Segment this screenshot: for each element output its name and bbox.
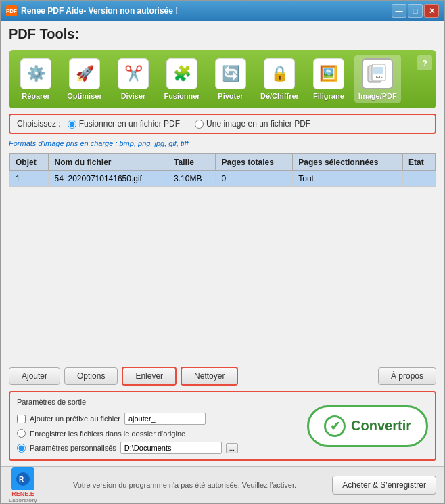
prefix-row: Ajouter un préfixe au fichier [17, 413, 299, 425]
convert-button[interactable]: ✔ Convertir [307, 405, 428, 447]
radio-group: Choisissez : Fusionner en un fichier PDF… [9, 114, 436, 134]
main-content: PDF Tools: ⚙️ Réparer 🚀 Optimiser ✂️ Div… [1, 21, 444, 466]
col-objet: Objet [10, 154, 49, 171]
tool-filigrane[interactable]: 🖼️ Filigrane [306, 55, 352, 103]
col-pages-selectionnees: Pages sélectionnées [293, 154, 403, 171]
custom-label: Paramètres personnalisés [30, 444, 116, 452]
custom-path-input[interactable] [120, 442, 222, 454]
nettoyer-button[interactable]: Nettoyer [181, 367, 238, 386]
convert-icon: ✔ [324, 415, 346, 437]
tool-optimiser[interactable]: 🚀 Optimiser [62, 55, 108, 103]
footer-logo: R RENE.E Laboratory [9, 467, 37, 503]
dechiffrer-icon: 🔒 [264, 58, 295, 89]
tool-diviser[interactable]: ✂️ Diviser [110, 55, 156, 103]
help-button[interactable]: ? [417, 55, 432, 70]
diviser-label: Diviser [121, 92, 146, 100]
prefix-checkbox[interactable] [17, 415, 26, 423]
custom-radio[interactable] [17, 444, 26, 453]
svg-rect-2 [373, 67, 383, 74]
cell-taille: 3.10MB [168, 171, 216, 187]
file-table-container: Objet Nom du fichier Taille Pages totale… [9, 153, 436, 361]
maximize-button[interactable]: □ [408, 4, 423, 18]
prefix-input[interactable] [124, 413, 206, 425]
col-taille: Taille [168, 154, 216, 171]
svg-text:R: R [19, 476, 24, 483]
logo-icon: R [11, 467, 34, 490]
imagepdf-icon: JPG [362, 58, 393, 89]
tool-dechiffrer[interactable]: 🔒 Dé/Chiffrer [256, 55, 303, 103]
register-button[interactable]: Acheter & S'enregistrer [332, 476, 436, 495]
col-etat: Etat [403, 154, 436, 171]
optimiser-label: Optimiser [67, 92, 101, 100]
radio-option1[interactable]: Fusionner en un fichier PDF [68, 119, 180, 129]
footer-message: Votre version du programme n'a pas été a… [44, 481, 326, 489]
enlever-button[interactable]: Enlever [122, 367, 177, 386]
svg-text:JPG: JPG [375, 75, 383, 79]
logo-text-bottom: Laboratory [9, 497, 37, 503]
col-nom: Nom du fichier [49, 154, 168, 171]
cell-etat [403, 171, 436, 187]
table-header-row: Objet Nom du fichier Taille Pages totale… [10, 154, 436, 171]
diviser-icon: ✂️ [118, 58, 149, 89]
dechiffrer-label: Dé/Chiffrer [260, 92, 299, 100]
output-section-title: Paramètres de sortie [17, 398, 299, 406]
cell-nom: 54_20200710141650.gif [49, 171, 168, 187]
output-params: Paramètres de sortie Ajouter un préfixe … [9, 391, 436, 461]
pivoter-label: Pivoter [218, 92, 243, 100]
titlebar: PDF Renee PDF Aide- Version non autorisé… [1, 1, 444, 21]
origin-radio[interactable] [17, 429, 26, 438]
radio-option1-label: Fusionner en un fichier PDF [79, 119, 180, 129]
reparer-icon: ⚙️ [20, 58, 51, 89]
ajouter-button[interactable]: Ajouter [9, 367, 60, 385]
prefix-label: Ajouter un préfixe au fichier [30, 415, 120, 423]
radio-option2[interactable]: Une image en un fichier PDF [195, 119, 310, 129]
radio-group-label: Choisissez : [17, 119, 61, 129]
fusionner-icon: 🧩 [166, 58, 197, 89]
pivoter-icon: 🔄 [215, 58, 246, 89]
page-title: PDF Tools: [9, 26, 436, 42]
tool-pivoter[interactable]: 🔄 Pivoter [208, 55, 254, 103]
col-pages-totales: Pages totales [216, 154, 293, 171]
apropos-button[interactable]: À propos [378, 367, 436, 385]
cell-objet: 1 [10, 171, 49, 187]
tool-fusionner[interactable]: 🧩 Fusionner [159, 55, 205, 103]
tool-imagepdf[interactable]: JPG Image/PDF [354, 55, 401, 103]
table-row[interactable]: 1 54_20200710141650.gif 3.10MB 0 Tout [10, 171, 436, 187]
radio-option2-label: Une image en un fichier PDF [206, 119, 310, 129]
app-icon: PDF [6, 5, 17, 16]
imagepdf-label: Image/PDF [358, 92, 397, 100]
toolbar: ⚙️ Réparer 🚀 Optimiser ✂️ Diviser 🧩 Fusi… [9, 50, 436, 108]
filigrane-label: Filigrane [313, 92, 344, 100]
convert-label: Convertir [351, 418, 411, 434]
radio-image[interactable] [195, 120, 204, 129]
logo-text-top: RENE.E [11, 490, 34, 497]
custom-row: Paramètres personnalisés ... [17, 442, 299, 454]
cell-pages-totales: 0 [216, 171, 293, 187]
main-window: PDF Renee PDF Aide- Version non autorisé… [0, 0, 445, 504]
origin-row: Enregistrer les fichiers dans le dossier… [17, 429, 299, 438]
action-buttons: Ajouter Options Enlever Nettoyer À propo… [9, 367, 436, 386]
output-left: Paramètres de sortie Ajouter un préfixe … [17, 398, 299, 454]
browse-button[interactable]: ... [226, 443, 238, 453]
reparer-label: Réparer [22, 92, 50, 100]
cell-pages-selectionnees: Tout [293, 171, 403, 187]
window-controls: — □ ✕ [392, 4, 439, 18]
filigrane-icon: 🖼️ [313, 58, 344, 89]
format-info: Formats d'image pris en charge : bmp, pn… [9, 139, 436, 147]
optimiser-icon: 🚀 [69, 58, 100, 89]
origin-label: Enregistrer les fichiers dans le dossier… [30, 430, 185, 438]
footer: R RENE.E Laboratory Votre version du pro… [1, 466, 444, 503]
file-table: Objet Nom du fichier Taille Pages totale… [9, 154, 436, 187]
tool-reparer[interactable]: ⚙️ Réparer [13, 55, 59, 103]
radio-fusionner[interactable] [68, 120, 76, 129]
close-button[interactable]: ✕ [424, 4, 439, 18]
window-title: Renee PDF Aide- Version non autorisée ! [21, 6, 392, 16]
fusionner-label: Fusionner [164, 92, 200, 100]
minimize-button[interactable]: — [392, 4, 406, 18]
options-button[interactable]: Options [64, 367, 118, 385]
